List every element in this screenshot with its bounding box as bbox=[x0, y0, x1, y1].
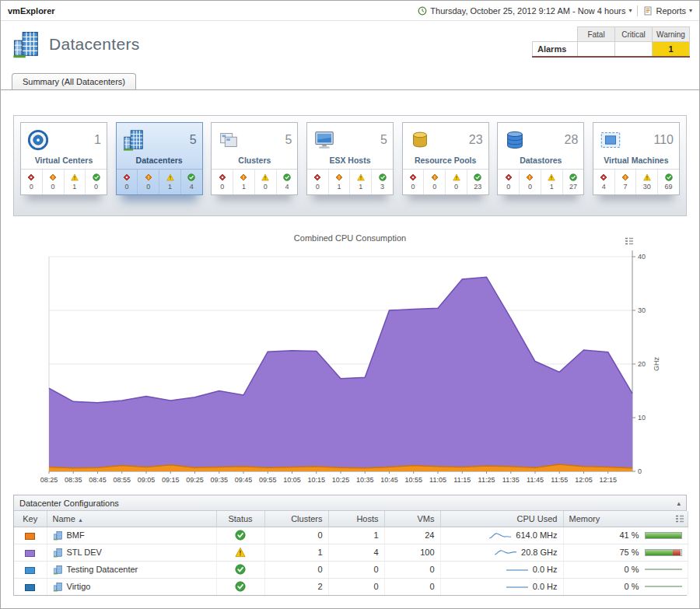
tile-critical-count[interactable]: 1 bbox=[328, 170, 350, 194]
col-header-memory[interactable]: Memory bbox=[563, 511, 688, 527]
table-row-virtigo[interactable]: Virtigo 2 0 0 0.0 Hz 0 % bbox=[14, 578, 688, 595]
tile-normal-count[interactable]: 4 bbox=[276, 170, 298, 194]
series-key-swatch bbox=[25, 533, 35, 540]
hosts-value: 4 bbox=[328, 544, 384, 561]
collapse-panel-button[interactable]: ▴ bbox=[677, 499, 681, 507]
panel-header: Datacenter Configurations ▴ bbox=[14, 495, 686, 511]
tile-fatal-count[interactable]: 0 bbox=[498, 170, 519, 194]
tile-normal-count[interactable]: 3 bbox=[371, 170, 393, 194]
tile-label: Virtual Machines bbox=[593, 154, 679, 170]
fatal-icon bbox=[27, 173, 35, 181]
svg-text:10:55: 10:55 bbox=[404, 476, 422, 484]
svg-text:20: 20 bbox=[638, 360, 646, 368]
vms-value: 0 bbox=[384, 578, 440, 595]
tile-warning-count[interactable]: 0 bbox=[445, 170, 467, 194]
tab-summary-all-datacenters[interactable]: Summary (All Datacenters) bbox=[12, 73, 136, 89]
reports-label: Reports bbox=[656, 6, 686, 16]
col-header-clusters[interactable]: Clusters bbox=[264, 511, 328, 527]
tile-label: Resource Pools bbox=[403, 154, 488, 170]
tile-esx-hosts[interactable]: 5 ESX Hosts 0 1 1 3 bbox=[306, 122, 394, 195]
normal-icon bbox=[187, 173, 195, 181]
col-header-vms[interactable]: VMs bbox=[384, 511, 440, 527]
warning-icon bbox=[166, 173, 174, 181]
col-header-status[interactable]: Status bbox=[216, 511, 264, 527]
datacenter-name-link[interactable]: STL DEV bbox=[67, 548, 102, 557]
memory-bar-alert bbox=[673, 550, 681, 555]
tile-normal-count[interactable]: 4 bbox=[180, 170, 202, 194]
tile-resource-pools[interactable]: 23 Resource Pools 0 0 0 23 bbox=[402, 122, 489, 195]
tile-critical-count[interactable]: 1 bbox=[233, 170, 254, 194]
tile-warning-count[interactable]: 1 bbox=[541, 170, 562, 194]
tile-warning-count[interactable]: 0 bbox=[254, 170, 276, 194]
tile-fatal-count[interactable]: 0 bbox=[117, 170, 138, 194]
memory-bar bbox=[645, 532, 682, 539]
fatal-icon bbox=[600, 173, 607, 181]
tile-alarm-counts: 0 1 1 3 bbox=[307, 170, 393, 194]
topbar: vmExplorer Thursday, October 25, 2012 9:… bbox=[1, 1, 699, 21]
datacenter-name-link[interactable]: BMF bbox=[67, 530, 85, 540]
tile-normal-count[interactable]: 69 bbox=[657, 170, 679, 194]
table-row-bmf[interactable]: BMF 0 1 24 614.0 MHz 41 % bbox=[14, 527, 688, 544]
alarms-corner-cell bbox=[533, 27, 578, 42]
table-row-stl-dev[interactable]: STL DEV 1 4 100 20.8 GHz 75 % bbox=[14, 544, 688, 561]
alarms-warning-count[interactable]: 1 bbox=[653, 42, 690, 57]
datacenter-icon bbox=[53, 530, 63, 541]
cpu-used-value: 0.0 Hz bbox=[533, 565, 558, 574]
warning-icon bbox=[261, 173, 269, 181]
tile-count: 1 bbox=[94, 133, 101, 147]
tile-datacenters[interactable]: 5 Datacenters 0 0 1 4 bbox=[116, 122, 203, 195]
table-options-icon[interactable] bbox=[675, 514, 684, 523]
tile-fatal-count[interactable]: 0 bbox=[21, 170, 42, 194]
datacenter-name-link[interactable]: Virtigo bbox=[67, 582, 91, 591]
page-title: Datacenters bbox=[49, 35, 140, 54]
tile-critical-count[interactable]: 0 bbox=[42, 170, 64, 194]
col-header-hosts[interactable]: Hosts bbox=[328, 511, 384, 527]
tile-count: 5 bbox=[380, 133, 387, 147]
tile-fatal-count[interactable]: 0 bbox=[307, 170, 328, 194]
tile-fatal-count[interactable]: 4 bbox=[593, 170, 614, 194]
app-title: vmExplorer bbox=[8, 6, 55, 16]
col-header-name[interactable]: Name ▲ bbox=[47, 511, 216, 527]
datacenter-name-link[interactable]: Testing Datacenter bbox=[67, 565, 138, 574]
alarms-fatal-count[interactable] bbox=[578, 42, 615, 57]
col-header-key[interactable]: Key bbox=[14, 511, 47, 527]
tile-warning-count[interactable]: 1 bbox=[64, 170, 86, 194]
tile-critical-count[interactable]: 0 bbox=[519, 170, 541, 194]
tile-virtual-centers[interactable]: 1 Virtual Centers 0 0 1 0 bbox=[20, 122, 107, 195]
tile-critical-count[interactable]: 0 bbox=[423, 170, 445, 194]
tile-fatal-count[interactable]: 0 bbox=[212, 170, 233, 194]
time-range-selector[interactable]: Thursday, October 25, 2012 9:12 AM - Now… bbox=[418, 6, 632, 16]
cpu-chart-section: Combined CPU Consumption 01020304008:250… bbox=[1, 233, 699, 487]
svg-text:09:15: 09:15 bbox=[162, 476, 180, 484]
clusters-value: 0 bbox=[264, 527, 328, 544]
tile-warning-count[interactable]: 1 bbox=[349, 170, 371, 194]
tile-normal-count[interactable]: 27 bbox=[562, 170, 584, 194]
tile-critical-count[interactable]: 0 bbox=[137, 170, 159, 194]
tile-virtual-machines[interactable]: 110 Virtual Machines 4 7 30 69 bbox=[593, 122, 680, 195]
tile-warning-count[interactable]: 30 bbox=[635, 170, 657, 194]
tile-fatal-count[interactable]: 0 bbox=[403, 170, 424, 194]
chart-options-icon[interactable] bbox=[625, 236, 634, 246]
memory-value: 0 % bbox=[613, 582, 639, 591]
memory-bar bbox=[645, 549, 682, 556]
alarms-critical-count[interactable] bbox=[615, 42, 653, 57]
svg-text:08:35: 08:35 bbox=[65, 476, 82, 484]
col-header-cpu-used[interactable]: CPU Used bbox=[440, 511, 563, 527]
alarms-col-fatal: Fatal bbox=[578, 27, 615, 42]
tile-warning-count[interactable]: 1 bbox=[159, 170, 180, 194]
tile-normal-count[interactable]: 23 bbox=[467, 170, 488, 194]
table-row-testing-datacenter[interactable]: Testing Datacenter 0 0 0 0.0 Hz 0 % bbox=[14, 561, 688, 578]
tile-normal-count[interactable]: 0 bbox=[85, 170, 107, 194]
reports-button[interactable]: Reports ▾ bbox=[643, 6, 692, 16]
tab-label: Summary (All Datacenters) bbox=[23, 77, 125, 86]
tile-label: Datastores bbox=[498, 154, 583, 170]
warning-icon bbox=[643, 173, 651, 181]
status-warning-icon bbox=[235, 547, 246, 558]
virtual-center-icon bbox=[26, 128, 50, 152]
chart-title: Combined CPU Consumption bbox=[1, 233, 699, 244]
tile-datastores[interactable]: 28 Datastores 0 0 1 27 bbox=[497, 122, 584, 195]
tile-count: 23 bbox=[469, 133, 483, 147]
tile-clusters[interactable]: 5 Clusters 0 1 0 4 bbox=[211, 122, 298, 195]
datacenter-configurations-panel: Datacenter Configurations ▴ Key Name ▲ S… bbox=[13, 495, 687, 596]
tile-critical-count[interactable]: 7 bbox=[614, 170, 636, 194]
